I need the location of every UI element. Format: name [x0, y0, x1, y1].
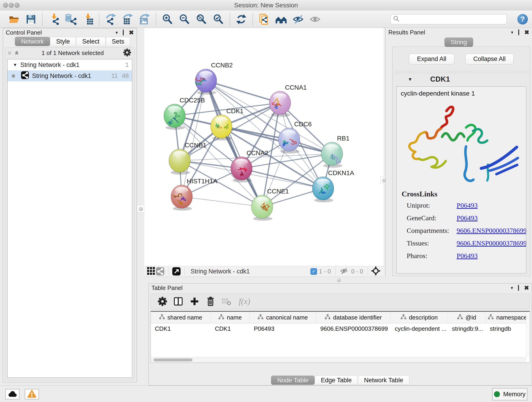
table-cell[interactable]: cyclin-dependent ... — [391, 323, 448, 334]
open-session-icon[interactable] — [8, 13, 20, 25]
show-columns-icon[interactable] — [173, 296, 184, 306]
close-panel-icon[interactable]: ✖ — [524, 29, 529, 35]
export-image-icon[interactable] — [139, 13, 151, 25]
collapse-panel-icon[interactable]: ▾ — [511, 286, 513, 290]
open-in-window-icon[interactable] — [172, 267, 181, 275]
float-panel-icon[interactable] — [518, 286, 519, 290]
import-network-from-database-icon[interactable] — [65, 13, 77, 25]
tab-string[interactable]: String — [444, 38, 473, 47]
zoom-out-icon[interactable] — [178, 13, 190, 25]
collapse-all-networks-icon[interactable]: » — [6, 51, 14, 55]
network-node[interactable]: CCNB2 — [195, 62, 233, 95]
save-session-icon[interactable] — [25, 13, 37, 25]
network-edge[interactable] — [206, 81, 280, 103]
help-button[interactable]: ? — [517, 14, 528, 25]
crosslink-value-link[interactable]: 9606.ENSP00000378699 — [457, 227, 526, 235]
crosslink-value-link[interactable]: P06493 — [457, 201, 526, 209]
table-horizontal-scrollbar[interactable] — [151, 357, 526, 363]
network-edge[interactable] — [206, 81, 262, 207]
import-network-icon[interactable] — [48, 13, 60, 25]
tab-style[interactable]: Style — [50, 37, 76, 46]
scrollbar-thumb[interactable] — [153, 358, 192, 361]
zoom-selected-icon[interactable] — [212, 13, 224, 25]
network-graph[interactable]: CCNB2 CCNA1 CDC25B CDK1 CDC6 RB1 CCNB1 — [144, 28, 384, 266]
apply-layout-icon[interactable] — [235, 13, 247, 25]
collapse-all-button[interactable]: Collapse All — [465, 54, 514, 64]
network-node[interactable]: RB1 — [321, 135, 349, 168]
column-header[interactable]: @id — [448, 312, 486, 323]
string-home-icon[interactable] — [275, 13, 287, 25]
table-cell[interactable]: CDK1 — [151, 323, 211, 334]
table-options-gear-icon[interactable] — [157, 296, 167, 306]
left-splitter[interactable] — [137, 28, 144, 382]
hidden-counts: 0 - 0 — [351, 268, 363, 275]
column-header[interactable]: database identifier — [316, 312, 391, 323]
float-panel-icon[interactable] — [123, 30, 124, 35]
table-cell[interactable]: stringdb:9... — [448, 323, 486, 334]
birdseye-grid-icon[interactable] — [147, 267, 155, 276]
horizontal-splitter[interactable] — [144, 277, 532, 283]
crosslink-value-link[interactable]: P06493 — [457, 214, 526, 222]
network-canvas[interactable]: CCNB2 CCNA1 CDC25B CDK1 CDC6 RB1 CCNB1 — [144, 28, 384, 266]
network-row[interactable]: String Network - cdk1 11 48 — [7, 70, 132, 81]
network-share-toggle-icon[interactable] — [156, 267, 164, 275]
expand-all-networks-icon[interactable]: « — [13, 51, 21, 55]
clone-network-icon[interactable] — [258, 13, 270, 25]
expand-all-button[interactable]: Expand All — [409, 54, 454, 64]
export-table-icon[interactable] — [122, 13, 133, 25]
crosslink-value-link[interactable]: P06493 — [457, 252, 526, 260]
search-input[interactable] — [400, 15, 504, 23]
network-node[interactable]: CDKN1A — [312, 169, 354, 202]
hide-selected-icon[interactable] — [292, 13, 304, 25]
table-cell[interactable]: CDK1 — [211, 323, 250, 334]
column-header[interactable]: namespace — [486, 312, 530, 323]
network-selection-status: 1 of 1 Network selected — [22, 50, 123, 57]
export-network-icon[interactable] — [105, 13, 117, 25]
tab-edge-table[interactable]: Edge Table — [315, 376, 358, 385]
network-node[interactable]: HIST1H1A — [171, 178, 217, 211]
table-row[interactable]: CDK1CDK1P064939606.ENSP00000378699cyclin… — [151, 323, 530, 334]
import-table-icon[interactable] — [82, 13, 94, 25]
delete-column-icon[interactable] — [206, 296, 215, 306]
column-header[interactable]: shared name — [151, 312, 211, 323]
collection-expand-icon[interactable]: ▼ — [13, 63, 17, 67]
table-cell[interactable]: stringdb — [486, 323, 530, 334]
network-edge[interactable] — [182, 197, 262, 207]
float-panel-icon[interactable] — [518, 30, 519, 35]
table-vertical-scrollbar[interactable] — [526, 312, 530, 357]
zoom-fit-icon[interactable] — [196, 13, 207, 25]
column-header[interactable]: description — [391, 312, 448, 323]
column-header[interactable]: name — [211, 312, 250, 323]
tab-network[interactable]: Network — [15, 37, 50, 46]
hidden-eye-slash-icon[interactable] — [338, 265, 349, 277]
network-edge[interactable] — [241, 168, 323, 188]
left-splitter-handle[interactable] — [137, 205, 144, 212]
close-panel-icon[interactable]: ✖ — [129, 30, 134, 36]
table-cell[interactable]: P06493 — [250, 323, 316, 334]
zoom-in-icon[interactable] — [162, 13, 173, 25]
network-options-gear-icon[interactable] — [123, 48, 131, 57]
network-collection-row[interactable]: ▼ String Network - cdk1 1 — [7, 59, 132, 70]
gene-expand-icon[interactable]: ▼ — [408, 77, 412, 82]
table-cell[interactable]: 9606.ENSP00000378699 — [316, 323, 391, 334]
tab-node-table[interactable]: Node Table — [271, 376, 315, 385]
network-node[interactable]: CDK1 — [210, 108, 244, 140]
tab-sets[interactable]: Sets — [106, 37, 130, 46]
node-label: CDKN1A — [328, 169, 354, 177]
add-column-icon[interactable] — [190, 296, 200, 306]
tab-select[interactable]: Select — [76, 37, 106, 46]
cloud-button[interactable] — [5, 389, 19, 400]
column-header[interactable]: canonical name — [250, 312, 316, 323]
network-node[interactable]: CCNA1 — [269, 84, 307, 117]
gene-entry-header[interactable]: ▼ CDK1 — [393, 73, 530, 85]
collapse-panel-icon[interactable]: ▾ — [115, 30, 118, 35]
memory-button[interactable]: Memory — [492, 388, 527, 400]
collapse-panel-icon[interactable]: ▾ — [511, 30, 513, 35]
crosslink-value-link[interactable]: 9606.ENSP00000378699 — [457, 239, 526, 247]
close-panel-icon[interactable]: ✖ — [524, 285, 529, 291]
warnings-button[interactable] — [25, 389, 39, 400]
birdseye-crosshair-icon[interactable] — [371, 266, 381, 277]
tab-network-table[interactable]: Network Table — [358, 376, 409, 385]
selected-checkbox-icon[interactable]: ✓ — [310, 268, 317, 275]
network-node[interactable]: CCNE1 — [251, 188, 289, 221]
